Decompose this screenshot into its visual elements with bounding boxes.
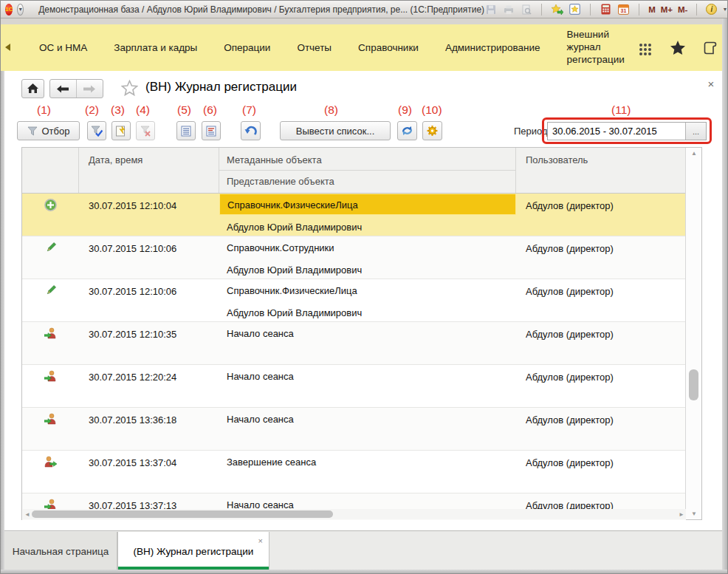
event-datetime: 30.07.2015 13:36:18 — [79, 408, 219, 451]
event-representation — [219, 429, 516, 451]
menu-item-directories[interactable]: Справочники — [358, 42, 419, 53]
add-favorite-icon[interactable] — [551, 4, 563, 16]
event-card-button[interactable] — [202, 121, 221, 140]
session-start-icon — [44, 327, 57, 339]
event-datetime: 30.07.2015 12:10:35 — [79, 322, 219, 365]
event-user: Абдулов (директор) — [516, 408, 686, 451]
undo-button[interactable] — [241, 121, 261, 140]
history-nav-buttons — [49, 79, 103, 98]
change-event-icon — [45, 284, 57, 296]
event-log-table: Дата, время Метаданные объекта Представл… — [21, 147, 702, 520]
menu-item-os-nma[interactable]: ОС и НМА — [39, 42, 87, 53]
period-input[interactable] — [548, 123, 685, 140]
save-icon[interactable] — [484, 4, 497, 16]
menu-item-salary[interactable]: Зарплата и кадры — [114, 42, 197, 53]
collapse-panel-icon[interactable] — [5, 44, 10, 51]
period-choose-button[interactable]: ... — [685, 123, 706, 140]
table-row[interactable]: 30.07.2015 12:20:24 Начало сеанса Абдуло… — [22, 365, 686, 408]
event-user: Абдулов (директор) — [516, 279, 686, 322]
refresh-button[interactable] — [397, 121, 417, 140]
tab-close-icon[interactable]: × — [258, 536, 263, 545]
session-end-icon — [44, 456, 57, 468]
event-user: Абдулов (директор) — [516, 365, 686, 408]
event-user: Абдулов (директор) — [516, 451, 686, 493]
edit-filter-button[interactable] — [111, 121, 131, 140]
memory-recall-button[interactable]: M — [648, 5, 656, 14]
menu-item-operations[interactable]: Операции — [224, 42, 270, 53]
home-button[interactable] — [21, 79, 44, 98]
period-label: Период: — [514, 126, 550, 137]
form-header: (ВН) Журнал регистрации × — [4, 71, 722, 106]
system-menu-icon[interactable]: ▼ — [17, 4, 24, 16]
vertical-scrollbar-thumb[interactable] — [689, 369, 698, 400]
column-header-metadata[interactable]: Метаданные объекта — [219, 148, 515, 171]
column-header-representation[interactable]: Представление объекта — [219, 171, 515, 193]
scroll-left-icon[interactable]: ◄ — [23, 511, 32, 518]
vertical-scrollbar[interactable]: ▲ ▼ — [685, 148, 701, 519]
title-bar: 1С ▼ Демонстрационная база / Абдулов Юри… — [1, 1, 728, 18]
print-preview-icon[interactable] — [520, 4, 532, 16]
table-row[interactable]: 30.07.2015 12:10:06 Справочник.Физически… — [22, 279, 686, 322]
event-representation — [219, 386, 516, 408]
column-header-datetime[interactable]: Дата, время — [79, 148, 219, 193]
event-user: Абдулов (директор) — [516, 194, 686, 236]
sections-panel: ОС и НМА Зарплата и кадры Операции Отчет… — [1, 24, 728, 71]
app-window: 1С ▼ Демонстрационная база / Абдулов Юри… — [0, 0, 728, 574]
history-icon[interactable] — [703, 41, 718, 55]
event-datetime: 30.07.2015 12:10:06 — [79, 279, 219, 322]
clear-filter-button[interactable] — [136, 121, 155, 140]
favorites-star-icon[interactable] — [670, 40, 686, 55]
scroll-up-icon[interactable]: ▲ — [686, 150, 702, 157]
add-to-favorites-icon[interactable] — [121, 80, 138, 99]
tab-home-page-label: Начальная страница — [13, 546, 109, 557]
filter-button-label: Отбор — [42, 126, 70, 137]
memory-plus-button[interactable]: M+ — [661, 5, 673, 14]
memory-minus-button[interactable]: M- — [678, 5, 687, 14]
event-datetime: 30.07.2015 13:37:04 — [79, 451, 219, 493]
menu-item-external-journal[interactable]: Внешний журнал регистрации — [567, 29, 625, 66]
table-header: Дата, время Метаданные объекта Представл… — [22, 148, 701, 194]
menu-item-reports[interactable]: Отчеты — [297, 42, 332, 53]
annotation-5: (5) — [177, 103, 191, 117]
horizontal-scrollbar[interactable]: ◄ ► — [23, 509, 686, 519]
table-body: 30.07.2015 12:10:04 Справочник.Физически… — [22, 194, 686, 520]
filter-button[interactable]: Отбор — [17, 121, 80, 140]
event-list-button[interactable] — [176, 121, 196, 140]
event-metadata: Справочник.ФизическиеЛица — [219, 279, 516, 301]
table-row[interactable]: 30.07.2015 13:36:18 Начало сеанса Абдуло… — [22, 408, 686, 451]
event-datetime: 30.07.2015 12:10:04 — [79, 194, 219, 236]
event-metadata: Завершение сеанса — [219, 451, 516, 472]
scroll-down-icon[interactable]: ▼ — [686, 510, 702, 517]
table-row[interactable]: 30.07.2015 12:10:35 Начало сеанса Абдуло… — [22, 322, 686, 365]
tab-home-page[interactable]: Начальная страница — [4, 532, 117, 570]
event-user: Абдулов (директор) — [516, 322, 686, 365]
back-button[interactable] — [50, 80, 77, 98]
table-row[interactable]: 30.07.2015 12:10:04 Справочник.Физически… — [22, 194, 686, 236]
open-windows-bar: Начальная страница (ВН) Журнал регистрац… — [4, 530, 722, 570]
tab-registration-journal[interactable]: (ВН) Журнал регистрации × — [117, 532, 269, 570]
info-dropdown-icon[interactable]: ▼ — [722, 7, 727, 12]
add-event-icon — [44, 199, 57, 211]
calendar-icon[interactable]: 31 — [617, 4, 630, 16]
annotation-7: (7) — [242, 103, 256, 117]
set-filter-button[interactable] — [87, 121, 106, 140]
print-icon[interactable] — [502, 4, 515, 16]
forward-button[interactable] — [77, 80, 103, 98]
table-row[interactable]: 30.07.2015 12:10:06 Справочник.Сотрудник… — [22, 236, 686, 279]
favorites-icon[interactable] — [569, 4, 581, 16]
annotation-9: (9) — [398, 103, 412, 117]
column-header-user[interactable]: Пользователь — [516, 148, 687, 193]
calculator-icon[interactable] — [600, 4, 612, 16]
event-datetime: 30.07.2015 12:20:24 — [79, 365, 219, 408]
horizontal-scrollbar-thumb[interactable] — [32, 510, 333, 518]
settings-gear-icon[interactable] — [422, 121, 442, 140]
print-list-button[interactable]: Вывести список... — [280, 121, 391, 140]
annotation-2: (2) — [85, 103, 99, 117]
all-functions-icon[interactable] — [638, 41, 653, 55]
info-icon[interactable]: i — [706, 4, 717, 15]
table-row[interactable]: 30.07.2015 13:37:04 Завершение сеанса Аб… — [22, 451, 686, 493]
menu-item-administration[interactable]: Администрирование — [445, 42, 540, 53]
scroll-right-icon[interactable]: ► — [677, 511, 686, 518]
event-representation — [219, 472, 516, 493]
form-close-icon[interactable]: × — [704, 78, 718, 90]
